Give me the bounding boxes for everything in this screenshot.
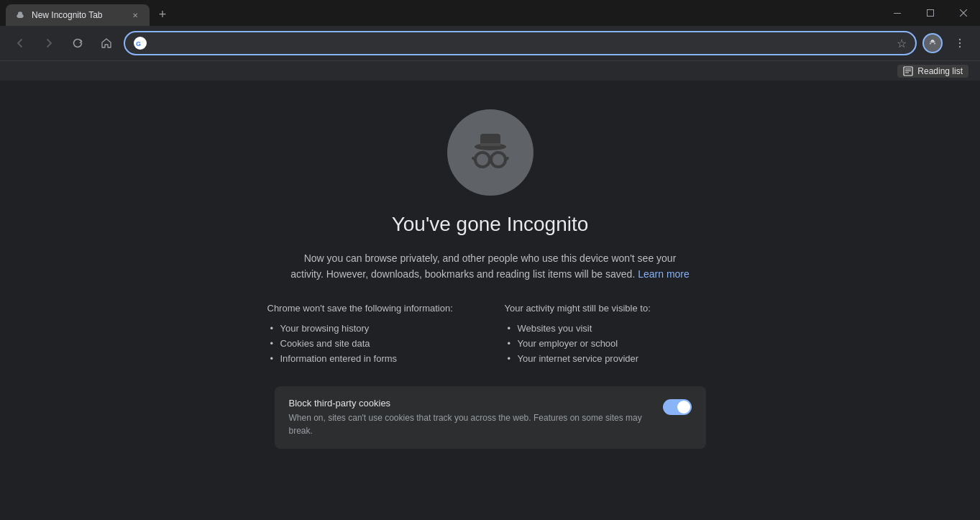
reading-list-label: Reading list xyxy=(917,66,963,76)
svg-point-2 xyxy=(18,12,22,14)
tab-strip: New Incognito Tab ✕ + xyxy=(0,0,881,26)
reload-button[interactable] xyxy=(66,32,89,55)
svg-point-9 xyxy=(928,38,938,49)
tab-favicon xyxy=(14,9,26,21)
toolbar: G ☆ xyxy=(0,26,980,60)
maximize-button[interactable] xyxy=(914,0,947,26)
svg-point-11 xyxy=(959,42,961,44)
svg-rect-4 xyxy=(928,10,934,17)
back-button[interactable] xyxy=(9,32,32,55)
list-item: Your browsing history xyxy=(267,321,476,336)
cookie-toggle[interactable] xyxy=(663,399,692,415)
chrome-wont-save-heading: Chrome won't save the following informat… xyxy=(267,303,476,314)
list-item: Your internet service provider xyxy=(505,351,713,366)
close-button[interactable] xyxy=(947,0,980,26)
activity-visible-list: Websites you visit Your employer or scho… xyxy=(505,321,713,366)
cookie-title: Block third-party cookies xyxy=(289,398,651,409)
minimize-button[interactable] xyxy=(881,0,914,26)
activity-visible-heading: Your activity might still be visible to: xyxy=(505,303,713,314)
cookie-row: Block third-party cookies When on, sites… xyxy=(289,398,692,437)
activity-visible-col: Your activity might still be visible to:… xyxy=(505,303,713,366)
reading-list-button[interactable]: Reading list xyxy=(897,65,968,78)
main-content: You've gone Incognito Now you can browse… xyxy=(0,81,980,463)
svg-point-21 xyxy=(491,152,505,167)
address-bar[interactable]: G ☆ xyxy=(124,31,917,55)
list-item: Information entered in forms xyxy=(267,351,476,366)
chrome-wont-save-list: Your browsing history Cookies and site d… xyxy=(267,321,476,366)
google-favicon: G xyxy=(134,37,147,50)
new-tab-button[interactable]: + xyxy=(152,4,173,24)
active-tab[interactable]: New Incognito Tab ✕ xyxy=(6,4,150,26)
url-input[interactable] xyxy=(152,37,891,49)
svg-text:G: G xyxy=(136,40,141,47)
svg-rect-3 xyxy=(894,13,901,14)
titlebar: New Incognito Tab ✕ + xyxy=(0,0,980,26)
learn-more-link[interactable]: Learn more xyxy=(638,268,690,280)
description-part1: Now you can browse privately, and other … xyxy=(290,252,676,280)
reading-list-bar: Reading list xyxy=(0,60,980,81)
page-title: You've gone Incognito xyxy=(392,213,589,236)
cookie-text: Block third-party cookies When on, sites… xyxy=(289,398,651,437)
chrome-wont-save-col: Chrome won't save the following informat… xyxy=(267,303,476,366)
svg-line-24 xyxy=(505,158,508,160)
cookie-settings-box: Block third-party cookies When on, sites… xyxy=(275,386,706,449)
tab-title: New Incognito Tab xyxy=(32,10,124,20)
description-text: Now you can browse privately, and other … xyxy=(289,250,692,283)
tab-close-button[interactable]: ✕ xyxy=(129,9,141,21)
cookie-description: When on, sites can't use cookies that tr… xyxy=(289,411,651,437)
forward-button[interactable] xyxy=(37,32,60,55)
svg-point-12 xyxy=(959,46,961,47)
svg-rect-19 xyxy=(480,143,500,146)
incognito-icon xyxy=(462,124,519,181)
svg-point-10 xyxy=(959,39,961,40)
bookmark-star-icon[interactable]: ☆ xyxy=(897,37,907,50)
svg-line-23 xyxy=(473,158,475,160)
home-button[interactable] xyxy=(95,32,118,55)
list-item: Your employer or school xyxy=(505,336,713,351)
incognito-icon-circle xyxy=(447,109,533,196)
list-item: Websites you visit xyxy=(505,321,713,336)
chrome-menu-button[interactable] xyxy=(948,32,971,55)
cookie-toggle-wrap xyxy=(663,399,692,415)
window-controls xyxy=(881,0,980,26)
reading-list-icon xyxy=(903,66,913,76)
list-item: Cookies and site data xyxy=(267,336,476,351)
profile-button[interactable] xyxy=(922,33,943,53)
svg-point-20 xyxy=(475,152,490,167)
info-columns: Chrome won't save the following informat… xyxy=(267,303,713,366)
